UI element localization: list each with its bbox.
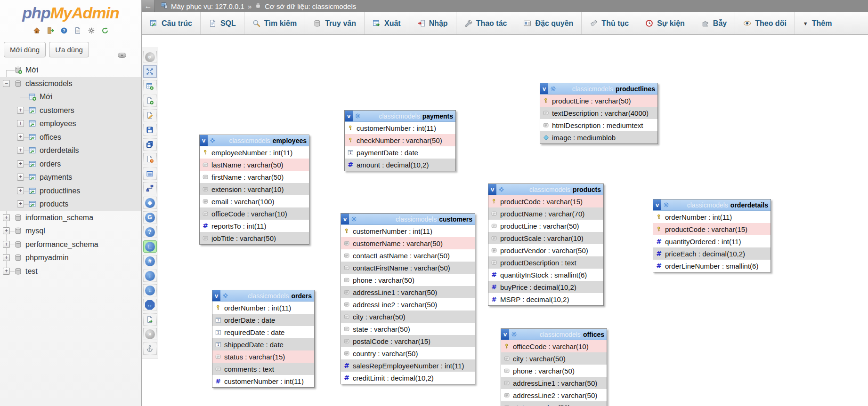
- column-row-addressLine2[interactable]: addressLine2 : varchar(50): [341, 298, 475, 310]
- column-row-salesRepEmployeeNumber[interactable]: #salesRepEmployeeNumber : int(11): [341, 359, 475, 372]
- column-row-city[interactable]: city : varchar(50): [341, 310, 475, 323]
- designer-tool-delete-page[interactable]: [143, 153, 157, 165]
- toggle-columns-button[interactable]: v: [200, 135, 208, 146]
- designer-tool-create-relation[interactable]: [143, 182, 157, 194]
- column-row-productName[interactable]: productName : varchar(70): [488, 207, 603, 220]
- designer-tool-save-page[interactable]: [143, 124, 157, 136]
- designer-tool-table-list[interactable]: [143, 167, 157, 180]
- designer-table-employees[interactable]: vclassicmodelsemployeesemployeeNumber : …: [199, 135, 309, 245]
- sidebar-item-orders[interactable]: +orders: [0, 158, 141, 171]
- column-row-phone[interactable]: phone : varchar(50): [501, 365, 607, 377]
- column-row-shippedDate[interactable]: 1shippedDate : date: [212, 338, 314, 350]
- settings-gear-icon[interactable]: [87, 26, 96, 35]
- designer-table-header[interactable]: vclassicmodelsproducts: [488, 184, 603, 195]
- table-options-gear-icon[interactable]: [663, 202, 669, 208]
- column-row-orderDate[interactable]: 1orderDate : date: [212, 314, 314, 326]
- sidebar-item-performance-schema[interactable]: +performance_schema: [0, 238, 141, 252]
- tab-privileges[interactable]: Đặc quyền: [515, 12, 582, 34]
- column-row-requiredDate[interactable]: 1requiredDate : date: [212, 326, 314, 338]
- designer-tool-help[interactable]: ?: [143, 226, 157, 238]
- tab-import[interactable]: Nhập: [409, 12, 456, 34]
- column-row-postalCode[interactable]: postalCode : varchar(15): [341, 335, 475, 347]
- toggle-columns-button[interactable]: v: [488, 184, 496, 195]
- column-row-quantityOrdered[interactable]: #quantityOrdered : int(11): [653, 235, 771, 247]
- designer-table-header[interactable]: vclassicmodelspayments: [345, 111, 455, 122]
- designer-table-productlines[interactable]: vclassicmodelsproductlinesproductLine : …: [540, 83, 658, 144]
- sidebar-item-m-i[interactable]: Mới: [0, 90, 141, 104]
- tab-search[interactable]: Tìm kiếm: [244, 12, 305, 34]
- designer-table-orders[interactable]: vclassicmodelsordersorderNumber : int(11…: [212, 290, 315, 388]
- designer-tool-reload[interactable]: G: [143, 211, 157, 223]
- column-row-reportsTo[interactable]: #reportsTo : int(11): [200, 220, 309, 232]
- column-row-officeCode[interactable]: officeCode : varchar(10): [200, 207, 309, 220]
- breadcrumb-server-link[interactable]: Máy phục vụ: 127.0.0.1: [171, 2, 244, 10]
- tab-more[interactable]: ▼Thêm: [795, 12, 841, 34]
- toggle-columns-button[interactable]: v: [653, 199, 661, 210]
- column-row-buyPrice[interactable]: #buyPrice : decimal(10,2): [488, 281, 603, 293]
- column-row-amount[interactable]: #amount : decimal(10,2): [345, 159, 455, 171]
- column-row-customerNumber[interactable]: customerNumber : int(11): [341, 225, 475, 237]
- column-row-extension[interactable]: extension : varchar(10): [200, 183, 309, 195]
- column-row-jobTitle[interactable]: jobTitle : varchar(50): [200, 232, 309, 244]
- column-row-addressLine1[interactable]: addressLine1 : varchar(50): [341, 286, 475, 298]
- designer-tool-small-big-all[interactable]: ↓: [143, 270, 157, 282]
- sidebar-item-information-schema[interactable]: +information_schema: [0, 211, 141, 225]
- column-row-contactLastName[interactable]: contactLastName : varchar(50): [341, 249, 475, 262]
- column-row-productLine[interactable]: productLine : varchar(50): [488, 220, 603, 232]
- designer-tool-show-left-menu[interactable]: »: [143, 328, 157, 340]
- designer-table-header[interactable]: vclassicmodelsorders: [212, 290, 314, 302]
- sidebar-item-test[interactable]: +test: [0, 265, 141, 279]
- designer-table-header[interactable]: vclassicmodelsemployees: [200, 135, 309, 146]
- designer-table-header[interactable]: vclassicmodelsorderdetails: [653, 199, 771, 211]
- column-row-productCode[interactable]: productCode : varchar(15): [653, 223, 771, 235]
- designer-canvas[interactable]: »◆G?∟#↓↓↓↔» vclassicmodelsemployeesemplo…: [142, 35, 868, 406]
- table-options-gear-icon[interactable]: [351, 216, 357, 222]
- column-row-htmlDescription[interactable]: htmlDescription : mediumtext: [540, 119, 657, 131]
- designer-tool-add-table[interactable]: [143, 80, 157, 92]
- column-row-customerNumber[interactable]: #customerNumber : int(11): [212, 375, 314, 387]
- table-options-gear-icon[interactable]: [222, 293, 228, 299]
- column-row-orderLineNumber[interactable]: #orderLineNumber : smallint(6): [653, 260, 771, 272]
- tab-operations[interactable]: Thao tác: [456, 12, 516, 34]
- column-row-country[interactable]: country : varchar(50): [341, 347, 475, 359]
- sidebar-item-orderdetails[interactable]: +orderdetails: [0, 144, 141, 158]
- sidebar-item-customers[interactable]: +customers: [0, 104, 141, 118]
- tab-triggers[interactable]: Bẫy: [693, 12, 735, 34]
- sidebar-item-products[interactable]: +products: [0, 198, 141, 211]
- toggle-columns-button[interactable]: v: [341, 214, 349, 224]
- tab-export[interactable]: Xuất: [365, 12, 409, 34]
- back-button[interactable]: ←: [142, 0, 155, 12]
- column-row-phone[interactable]: phone : varchar(50): [341, 274, 475, 286]
- toggle-columns-button[interactable]: v: [501, 329, 509, 340]
- designer-table-products[interactable]: vclassicmodelsproductsproductCode : varc…: [488, 183, 604, 306]
- designer-table-header[interactable]: vclassicmodelsproductlines: [540, 83, 657, 95]
- column-row-customerName[interactable]: customerName : varchar(50): [341, 237, 475, 249]
- designer-tool-new-page[interactable]: [143, 95, 157, 107]
- column-row-paymentDate[interactable]: 1paymentDate : date: [345, 146, 455, 159]
- help-icon[interactable]: ?: [59, 26, 69, 35]
- column-row-creditLimit[interactable]: #creditLimit : decimal(10,2): [341, 372, 475, 384]
- table-options-gear-icon[interactable]: [498, 186, 504, 192]
- column-row-MSRP[interactable]: #MSRP : decimal(10,2): [488, 293, 603, 305]
- column-row-addressLine2[interactable]: addressLine2 : varchar(50): [501, 389, 607, 401]
- sidebar-item-productlines[interactable]: +productlines: [0, 184, 141, 198]
- column-row-priceEach[interactable]: #priceEach : decimal(10,2): [653, 247, 771, 260]
- breadcrumb-database-link[interactable]: Cơ sở dữ liệu: classicmodels: [265, 2, 356, 10]
- designer-table-header[interactable]: vclassicmodelsoffices: [501, 329, 607, 340]
- quick-tab-favorites[interactable]: Ưa dùng: [49, 42, 89, 57]
- column-row-status[interactable]: status : varchar(15): [212, 350, 314, 363]
- designer-tool-angular-links[interactable]: ∟: [143, 240, 157, 253]
- sidebar-item-m-i[interactable]: Mới: [0, 64, 141, 77]
- column-row-textDescription[interactable]: textDescription : varchar(4000): [540, 107, 657, 119]
- toggle-columns-button[interactable]: v: [345, 111, 353, 121]
- exit-icon[interactable]: [46, 26, 55, 35]
- docs-icon[interactable]: [73, 26, 82, 35]
- column-row-quantityInStock[interactable]: #quantityInStock : smallint(6): [488, 269, 603, 281]
- column-row-productVendor[interactable]: productVendor : varchar(50): [488, 244, 603, 256]
- refresh-icon[interactable]: [100, 26, 110, 35]
- sidebar-item-offices[interactable]: +offices: [0, 131, 141, 144]
- column-row-state[interactable]: state : varchar(50): [341, 323, 475, 335]
- tab-tracking[interactable]: Theo dõi: [735, 12, 795, 34]
- column-row-checkNumber[interactable]: checkNumber : varchar(50): [345, 134, 455, 146]
- designer-tool-edit-page[interactable]: [143, 109, 157, 121]
